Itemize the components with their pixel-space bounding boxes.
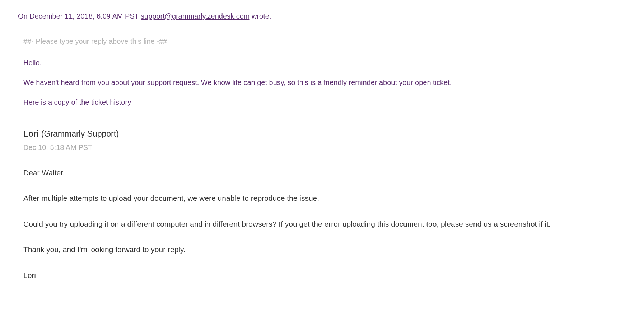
intro-line-2: Here is a copy of the ticket history: bbox=[23, 97, 626, 108]
quoted-email-body: ##- Please type your reply above this li… bbox=[18, 36, 626, 281]
intro-line-1: We haven't heard from you about your sup… bbox=[23, 77, 626, 88]
body-paragraph-1: After multiple attempts to upload your d… bbox=[23, 193, 626, 204]
quoted-email-header: On December 11, 2018, 6:09 AM PST suppor… bbox=[18, 11, 626, 22]
body-greeting: Dear Walter, bbox=[23, 167, 626, 179]
intro-block: Hello, We haven't heard from you about y… bbox=[23, 57, 626, 108]
entry-timestamp: Dec 10, 5:18 AM PST bbox=[23, 142, 626, 153]
header-prefix: On December 11, 2018, 6:09 AM PST bbox=[18, 12, 141, 20]
agent-identity: Lori (Grammarly Support) bbox=[23, 128, 626, 140]
ticket-history-entry: Lori (Grammarly Support) Dec 10, 5:18 AM… bbox=[23, 128, 626, 281]
body-signature: Lori bbox=[23, 270, 626, 281]
header-suffix: wrote: bbox=[249, 12, 271, 20]
agent-org: (Grammarly Support) bbox=[39, 129, 118, 138]
agent-name: Lori bbox=[23, 129, 39, 138]
sender-email-link[interactable]: support@grammarly.zendesk.com bbox=[141, 12, 249, 20]
body-paragraph-2: Could you try uploading it on a differen… bbox=[23, 218, 626, 230]
reply-above-marker: ##- Please type your reply above this li… bbox=[23, 36, 626, 47]
intro-greeting: Hello, bbox=[23, 57, 626, 68]
entry-body: Dear Walter, After multiple attempts to … bbox=[23, 167, 626, 281]
ticket-history-divider bbox=[23, 117, 626, 117]
body-paragraph-3: Thank you, and I'm looking forward to yo… bbox=[23, 244, 626, 255]
